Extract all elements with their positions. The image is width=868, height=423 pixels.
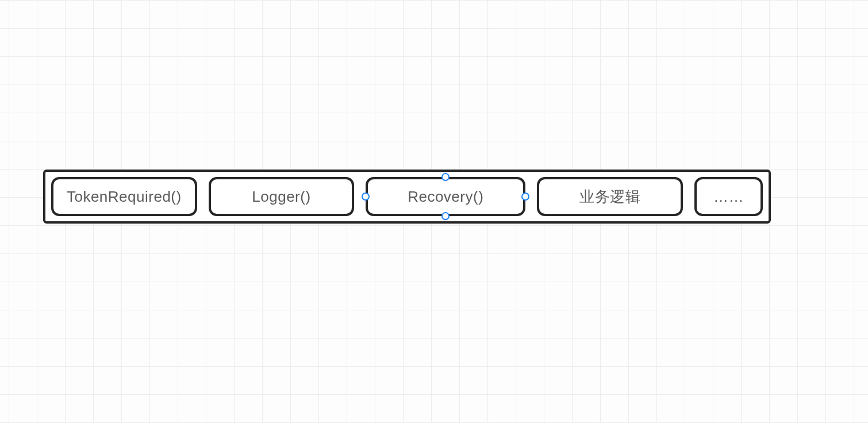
node-label: 业务逻辑 [579, 187, 640, 207]
resize-handle-right[interactable] [521, 193, 529, 201]
node-label: Logger() [252, 188, 310, 206]
node-label: …… [713, 188, 744, 206]
node-recovery[interactable]: Recovery() [366, 177, 525, 216]
resize-handle-bottom[interactable] [441, 212, 450, 220]
node-ellipsis[interactable]: …… [694, 177, 763, 216]
pipeline-container[interactable]: TokenRequired() Logger() Recovery() 业务逻辑… [43, 170, 771, 224]
node-label: TokenRequired() [67, 188, 182, 206]
node-business-logic[interactable]: 业务逻辑 [537, 177, 683, 216]
resize-handle-left[interactable] [362, 193, 370, 201]
node-token-required[interactable]: TokenRequired() [51, 177, 197, 216]
node-logger[interactable]: Logger() [209, 177, 355, 216]
resize-handle-top[interactable] [441, 173, 450, 181]
node-label: Recovery() [408, 188, 483, 206]
